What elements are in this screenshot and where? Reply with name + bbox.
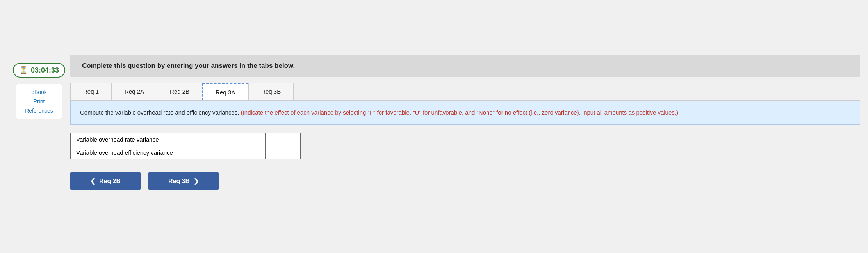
main-content: Complete this question by entering your … [70,55,860,198]
table-row: Variable overhead efficiency variance F … [71,146,301,159]
references-link[interactable]: References [25,108,53,114]
question-main-text: Compute the variable overhead rate and e… [80,109,239,116]
ebook-link[interactable]: eBook [31,89,47,95]
row1-label: Variable overhead rate variance [71,133,180,146]
row2-input-cell [180,146,266,159]
print-link[interactable]: Print [34,98,45,104]
row1-effect-select[interactable]: F U None [271,136,295,143]
row1-amount-input[interactable] [185,136,260,143]
next-button-label: Req 3B [168,178,190,185]
header-bar: Complete this question by entering your … [70,55,860,77]
table-area: Variable overhead rate variance F U None [70,133,860,159]
tab-req2a[interactable]: Req 2A [112,83,157,100]
chevron-left-icon [90,177,95,185]
chevron-right-icon [194,177,199,185]
row2-effect-select[interactable]: F U None [271,149,295,156]
tab-req1[interactable]: Req 1 [70,83,112,100]
prev-button[interactable]: Req 2B [70,172,141,190]
header-text: Complete this question by entering your … [82,62,295,69]
timer-display: 03:04:33 [31,66,59,74]
nav-buttons: Req 2B Req 3B [70,172,860,198]
row2-amount-input[interactable] [185,149,260,156]
tab-req3a[interactable]: Req 3A [202,83,248,100]
timer-icon: ⏳ [19,66,28,74]
variance-table: Variable overhead rate variance F U None [70,133,301,159]
tabs-row: Req 1 Req 2A Req 2B Req 3A Req 3B [70,83,860,101]
question-box: Compute the variable overhead rate and e… [70,101,860,125]
timer-box: ⏳ 03:04:33 [13,63,65,78]
prev-button-label: Req 2B [99,178,121,185]
row2-select-cell: F U None [266,146,301,159]
row2-label: Variable overhead efficiency variance [71,146,180,159]
question-red-text: (Indicate the effect of each variance by… [241,109,678,116]
row1-input-cell [180,133,266,146]
tab-req2b[interactable]: Req 2B [157,83,202,100]
next-button[interactable]: Req 3B [148,172,219,190]
table-row: Variable overhead rate variance F U None [71,133,301,146]
row1-select-cell: F U None [266,133,301,146]
side-links: eBook Print References [16,84,62,119]
left-panel: ⏳ 03:04:33 eBook Print References [8,55,70,198]
tab-req3b[interactable]: Req 3B [248,83,294,100]
